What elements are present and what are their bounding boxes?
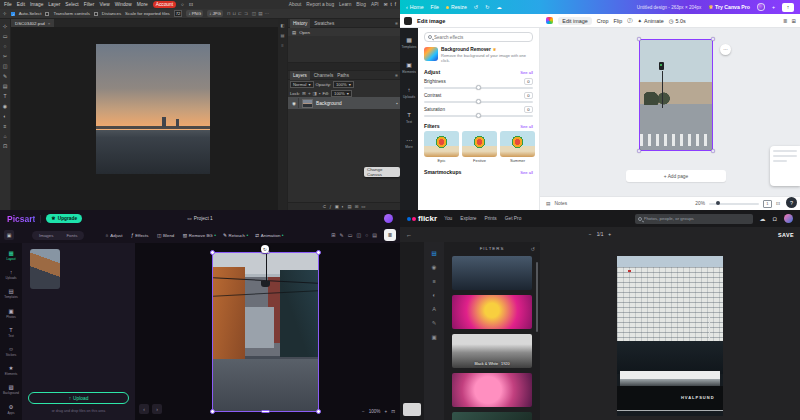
zoom-out-icon[interactable]: − [589, 232, 592, 237]
picsart-canvas[interactable]: ↻ ‹› − 100% + ⊡ [135, 243, 400, 420]
info-icon[interactable]: ⓘ [627, 17, 632, 24]
menu-item[interactable]: File [4, 2, 12, 7]
sunset-harbor-photo[interactable] [96, 44, 210, 174]
rail-item[interactable]: ▦ Templates [400, 30, 418, 55]
undo-icon[interactable]: ↺ [474, 4, 478, 10]
layers-panel-button[interactable]: ≣ [384, 229, 396, 241]
back-arrow-icon[interactable]: ← [406, 232, 412, 238]
rail-item[interactable]: ▤ Templates [0, 284, 22, 303]
resize-handle[interactable] [316, 409, 321, 414]
edit-tool-button[interactable]: ◫ Blend [157, 233, 176, 238]
fit-screen-icon[interactable]: ⊡ [391, 409, 395, 414]
canvas-tool-icon[interactable]: ○ [365, 232, 368, 238]
rail-item[interactable]: T Text [400, 105, 418, 130]
edit-tool-button[interactable]: ⇄ Animation ● [255, 233, 283, 238]
editor-tool-icon[interactable]: ≡ [432, 278, 435, 284]
tool-icon[interactable]: ◐ [3, 113, 6, 119]
avatar[interactable] [757, 3, 765, 11]
resize-button[interactable]: Resize [446, 4, 467, 10]
zoom-slider[interactable] [709, 203, 759, 205]
redo-icon[interactable]: ↻ [485, 4, 489, 10]
collapsed-panel-icon[interactable]: ◧ [281, 23, 285, 28]
filter-option[interactable] [452, 295, 532, 329]
tool-icon[interactable]: T [3, 93, 6, 99]
panel-menu-icon[interactable]: ≡ [395, 21, 398, 26]
search-effects-box[interactable] [424, 32, 533, 42]
menubar-link[interactable]: About [289, 2, 302, 7]
editor-tool-icon[interactable]: ▣ [431, 334, 436, 340]
social-icon[interactable]: f [395, 2, 396, 7]
tab-history[interactable]: History [290, 19, 310, 28]
edit-image-button[interactable]: Edit image [558, 17, 591, 25]
align-icon[interactable]: ⊔ [233, 11, 237, 16]
layer-action-icon[interactable]: ⊞ [355, 204, 359, 209]
zoom-in-icon[interactable]: + [384, 409, 387, 414]
original-thumbnail[interactable] [403, 403, 421, 416]
resize-handle[interactable] [316, 250, 321, 255]
search-box[interactable] [635, 214, 753, 224]
align-icon[interactable]: ⊐ [244, 11, 248, 16]
export-jpg-button[interactable]: ↓ JPG [207, 10, 223, 17]
align-icon[interactable]: ⊓ [227, 11, 231, 16]
rail-item[interactable]: T Text [0, 323, 22, 342]
auto-select-checkbox[interactable]: ✓ [11, 12, 15, 16]
tool-icon[interactable]: ≡ [4, 123, 7, 129]
bell-icon[interactable]: Ω [773, 216, 778, 222]
tool-icon[interactable]: ✎ [3, 73, 7, 79]
editor-tool-icon[interactable]: ✎ [432, 320, 437, 326]
canva-canvas[interactable]: ⋯ + Add page [540, 28, 800, 196]
project-title[interactable]: ▭ Project 1 [187, 216, 212, 221]
menu-item[interactable]: Edit [17, 2, 25, 7]
crop-button[interactable]: Crop [597, 18, 609, 24]
tool-icon[interactable]: ⊹ [3, 23, 7, 29]
menu-item[interactable]: Filter [84, 2, 95, 7]
layer-action-icon[interactable]: ƒ [329, 204, 331, 209]
option-icon[interactable]: ◫ [252, 11, 256, 16]
page-grid-button[interactable]: 1 [763, 200, 772, 208]
scrollbar[interactable] [536, 262, 538, 332]
option-icon[interactable]: ⋯ [265, 11, 270, 16]
tab-paths[interactable]: Paths [337, 73, 349, 78]
slider-knob[interactable] [476, 99, 481, 104]
editor-tool-icon[interactable]: A [432, 306, 436, 312]
rail-item[interactable]: ★ Elements [0, 361, 22, 380]
see-all-link[interactable]: See all [520, 70, 533, 75]
rail-item[interactable]: ▨ Background [0, 380, 22, 399]
tool-icon[interactable]: ⌂ [3, 133, 6, 139]
opacity-select[interactable]: 100% ▾ [333, 81, 354, 88]
slider-knob[interactable] [476, 113, 481, 118]
tool-icon[interactable]: ◫ [3, 63, 8, 69]
add-page-button[interactable]: + Add page [626, 170, 726, 182]
save-button[interactable]: SAVE [778, 232, 794, 238]
fill-select[interactable]: 100% ▾ [331, 90, 352, 97]
rail-item[interactable]: ⋯ More [400, 130, 418, 155]
tab-swatches[interactable]: Swatches [314, 21, 334, 26]
slider-track[interactable] [424, 101, 533, 103]
menubar-link[interactable]: Learn [339, 2, 351, 7]
filter-option[interactable]: Epic [424, 131, 459, 163]
edit-tool-button[interactable]: ☼ Adjust [104, 233, 124, 238]
flickr-logo[interactable]: flickr [407, 214, 437, 223]
zoom-in-icon[interactable]: + [608, 232, 611, 237]
document-tab[interactable]: DSC03402.psd × [11, 19, 54, 27]
search-icon[interactable]: ○ [181, 2, 184, 7]
animate-button[interactable]: ✦ Animate [638, 18, 664, 24]
slider-value[interactable]: 0 [524, 106, 533, 113]
ferry-photo[interactable]: HVALPSUND [617, 256, 723, 416]
canvas-tool-icon[interactable]: ⊞ [331, 232, 335, 238]
tool-icon[interactable]: ▭ [3, 33, 8, 39]
nav-item[interactable]: Prints [485, 216, 497, 221]
social-icon[interactable]: t [390, 2, 391, 7]
editor-tool-icon[interactable]: ◐ [432, 292, 435, 298]
filter-option[interactable]: Black & White 1920 [452, 334, 532, 368]
comment-bubble-button[interactable]: ⋯ [720, 44, 731, 55]
layer-visibility-toggle[interactable]: ◉ [290, 98, 299, 108]
undo-icon[interactable]: ↺ [531, 246, 536, 252]
align-icon[interactable]: ⊏ [238, 11, 242, 16]
size-input[interactable]: 72 [174, 10, 183, 17]
menubar-link[interactable]: Blog [356, 2, 366, 7]
nav-item[interactable]: Explore [460, 216, 476, 221]
history-nav-button[interactable]: ‹ [139, 404, 149, 414]
filter-option[interactable] [452, 373, 532, 407]
filter-option[interactable]: Summer [500, 131, 535, 163]
